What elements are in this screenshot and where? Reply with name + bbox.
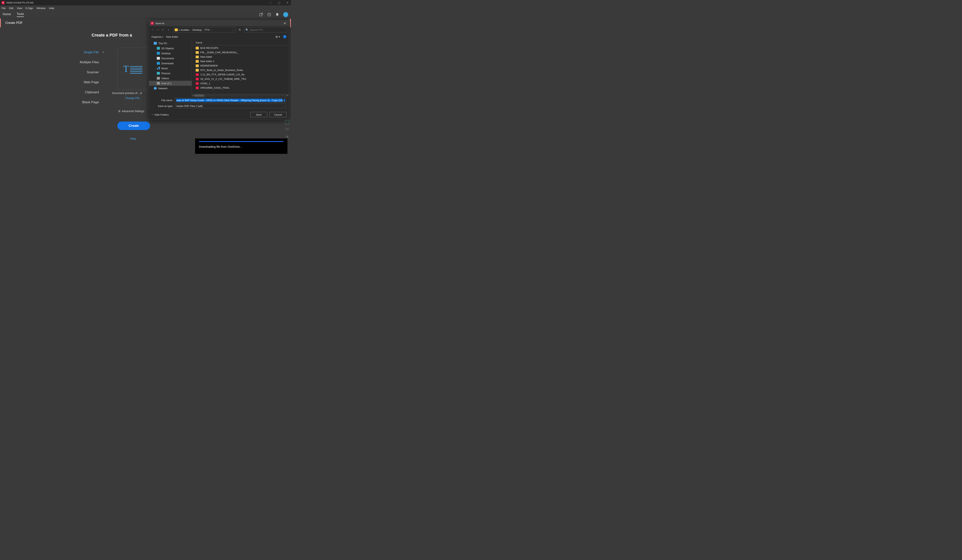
tabbar: Home Tools ? xyxy=(0,11,291,18)
file-item[interactable]: 16_AUG_21_A_CO_704BSB_MRE_TRA xyxy=(192,77,289,81)
breadcrumb-item[interactable]: Desktop xyxy=(192,29,202,31)
breadcrumb-item[interactable]: FTX xyxy=(205,29,210,31)
source-blank-page[interactable]: Blank Page xyxy=(75,100,99,104)
new-folder-button[interactable]: New folder xyxy=(166,35,178,38)
tree-item[interactable]: Desktop xyxy=(149,51,192,56)
tree-item[interactable]: Pictures xyxy=(149,71,192,76)
help-link[interactable]: Help xyxy=(130,137,136,140)
savetype-value: Adobe PDF Files (*.pdf) xyxy=(176,105,203,108)
file-item[interactable]: ARN19683_A3161_FINAL xyxy=(192,85,289,90)
refresh-button[interactable]: ↻ xyxy=(239,28,241,31)
doc-icon xyxy=(157,57,160,60)
file-item[interactable]: BAS RECOUPS xyxy=(192,46,289,50)
forward-button[interactable]: → xyxy=(156,28,160,31)
tree-item[interactable]: Acer (C:) xyxy=(149,81,192,86)
share-icon[interactable] xyxy=(259,13,263,17)
file-item[interactable]: NTC_Butts_to_Seats_Business_Rules xyxy=(192,68,289,72)
close-button[interactable]: ✕ xyxy=(286,1,289,4)
bell-icon[interactable] xyxy=(275,13,279,17)
address-dropdown[interactable]: ⌄ xyxy=(232,29,234,31)
search-icon: 🔍 xyxy=(245,29,249,31)
advanced-settings-button[interactable]: Advanced Settings xyxy=(118,109,144,113)
filename-label: File name: xyxy=(152,99,175,102)
folder-icon xyxy=(196,51,199,54)
save-button[interactable]: Save xyxy=(250,112,267,117)
tree-item[interactable]: Videos xyxy=(149,76,192,81)
tree-item[interactable]: Documents xyxy=(149,56,192,61)
tree-item[interactable]: Music xyxy=(149,66,192,71)
tree-item[interactable]: 3D Objects xyxy=(149,46,192,51)
scroll-thumb[interactable] xyxy=(195,95,204,97)
cancel-button[interactable]: Cancel xyxy=(270,112,286,117)
toast-text: Downloading file from OneDrive... xyxy=(199,145,284,148)
file-name: 16_AUG_21_A_CO_704BSB_MRE_TRA xyxy=(200,77,246,80)
file-list: BAS RECOUPSFW__OLWII_CAR_REHEARSAL_New f… xyxy=(192,45,289,94)
tree-item[interactable]: Network xyxy=(149,86,192,91)
source-web-page[interactable]: Web Page xyxy=(75,80,99,84)
scroll-right[interactable]: ▸ xyxy=(286,94,289,97)
back-button[interactable]: ← xyxy=(151,28,155,31)
preview-label: Document preview of....d xyxy=(112,92,142,95)
scroll-left[interactable]: ◂ xyxy=(192,94,195,97)
shield-icon[interactable]: 🛡 xyxy=(285,127,289,132)
menu-view[interactable]: View xyxy=(17,7,22,10)
savetype-select[interactable]: Adobe PDF Files (*.pdf) ⌄ xyxy=(175,104,286,108)
menu-file[interactable]: File xyxy=(2,7,6,10)
up-button[interactable]: ↑ xyxy=(167,28,170,31)
folder-icon xyxy=(175,29,178,31)
file-name: FW__OLWII_CAR_REHEARSAL_ xyxy=(200,51,238,54)
tree-item[interactable]: Downloads xyxy=(149,61,192,66)
dropdown-icon[interactable]: ⌄ xyxy=(284,99,285,101)
tree-item-label: Music xyxy=(161,67,168,70)
menu-edit[interactable]: Edit xyxy=(9,7,13,10)
filename-input[interactable]: view of WIP Setup Guide - XRS2 or XRS2i … xyxy=(175,98,286,103)
tab-home[interactable]: Home xyxy=(3,13,11,17)
menu-window[interactable]: Window xyxy=(37,7,45,10)
breadcrumb-item[interactable]: lcrobles xyxy=(181,29,189,31)
help-icon[interactable]: ? xyxy=(267,13,271,17)
source-multiple-files[interactable]: Multiple Files xyxy=(75,60,99,64)
svg-rect-0 xyxy=(260,14,262,16)
file-item[interactable]: New folder 2 xyxy=(192,59,289,63)
file-name: New folder xyxy=(200,55,212,58)
recent-button[interactable]: ▾ xyxy=(161,29,165,31)
dropdown-icon[interactable]: ⌄ xyxy=(284,105,285,107)
filename-value: view of WIP Setup Guide - XRS2 or XRS2i … xyxy=(176,99,282,102)
selection-icon[interactable] xyxy=(285,120,289,124)
tab-tools[interactable]: Tools xyxy=(17,12,24,17)
net-icon xyxy=(154,87,157,90)
source-single-file[interactable]: Single File xyxy=(75,50,99,54)
menu-esign[interactable]: E-Sign xyxy=(26,7,33,10)
search-box[interactable]: 🔍 xyxy=(244,27,287,32)
file-item[interactable]: A3161_1 xyxy=(192,81,289,85)
svg-text:?: ? xyxy=(269,13,270,16)
tree-item-label: Desktop xyxy=(161,52,171,55)
pdf-icon xyxy=(196,87,199,89)
maximize-button[interactable]: ▢ xyxy=(277,1,281,4)
file-item[interactable]: 1-12_BN_FTX_28FEB-11MAR_LOI_No xyxy=(192,72,289,77)
dialog-help-button[interactable]: ? xyxy=(283,35,286,39)
tree-item-label: Network xyxy=(158,87,168,90)
horizontal-scrollbar[interactable]: ◂ ▸ xyxy=(192,94,289,97)
savetype-label: Save as type: xyxy=(152,105,175,108)
source-clipboard[interactable]: Clipboard xyxy=(75,90,99,94)
change-file-link[interactable]: Change File xyxy=(125,97,140,100)
minimize-button[interactable]: ─ xyxy=(269,1,273,4)
tree-item[interactable]: This PC xyxy=(149,41,192,46)
source-scanner[interactable]: Scanner xyxy=(75,71,99,74)
file-item[interactable]: New folder xyxy=(192,55,289,59)
menu-help[interactable]: Help xyxy=(49,7,54,10)
search-input[interactable] xyxy=(250,29,286,31)
organize-button[interactable]: Organize xyxy=(152,35,163,38)
preview-box[interactable]: T xyxy=(117,48,148,90)
column-header-name[interactable]: Name xyxy=(192,40,289,45)
acrobat-icon xyxy=(2,1,5,4)
create-button[interactable]: Create xyxy=(117,122,150,130)
dialog-close-button[interactable]: ✕ xyxy=(282,21,287,25)
file-item[interactable]: FW__OLWII_CAR_REHEARSAL_ xyxy=(192,50,289,55)
avatar[interactable] xyxy=(283,12,288,17)
view-options-button[interactable]: ⊞ ▾ xyxy=(276,35,280,38)
hide-folders-button[interactable]: Hide Folders xyxy=(152,113,169,116)
address-bar[interactable]: « lcrobles › Desktop › FTX › ⌄ xyxy=(173,27,236,32)
file-item[interactable]: NEWNEWNEW xyxy=(192,63,289,68)
